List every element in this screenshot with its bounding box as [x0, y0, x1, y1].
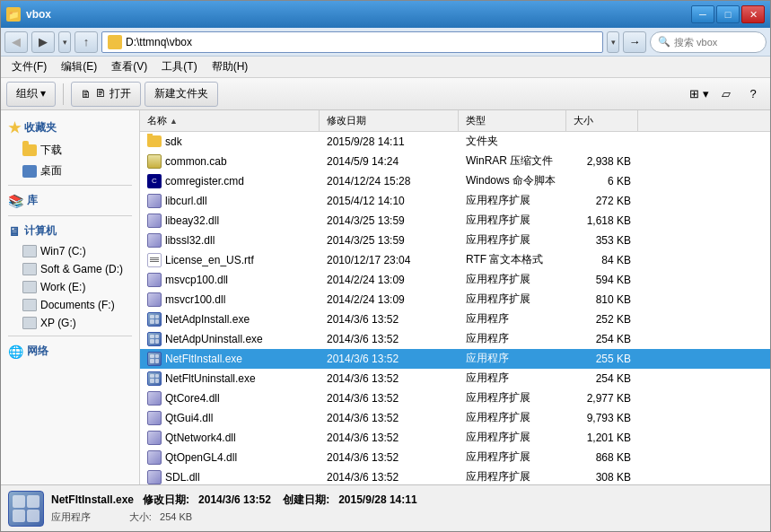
sidebar-network-header[interactable]: 🌐 网络 [1, 340, 139, 362]
file-type-cell: 应用程序 [459, 349, 566, 368]
table-row[interactable]: common.cab 2014/5/9 14:24 WinRAR 压缩文件 2,… [140, 152, 770, 171]
col-header-date[interactable]: 修改日期 [320, 110, 459, 131]
desktop-icon [22, 165, 37, 178]
nav-dropdown-button[interactable]: ▾ [58, 31, 71, 53]
organize-button[interactable]: 组织 ▾ [6, 82, 56, 107]
file-name-text: libssl32.dll [165, 234, 215, 247]
file-name-cell: NetAdpInstall.exe [140, 310, 320, 328]
file-name-cell: QtCore4.dll [140, 389, 320, 407]
documents-drive-icon [22, 299, 37, 311]
table-row[interactable]: QtCore4.dll 2014/3/6 13:52 应用程序扩展 2,977 … [140, 388, 770, 408]
menu-view[interactable]: 查看(V) [104, 57, 154, 76]
table-row[interactable]: NetAdpInstall.exe 2014/3/6 13:52 应用程序 25… [140, 310, 770, 329]
help-button[interactable]: ? [741, 83, 765, 106]
sidebar-item-documents[interactable]: Documents (F:) [1, 296, 139, 314]
table-row[interactable]: msvcp100.dll 2014/2/24 13:09 应用程序扩展 594 … [140, 270, 770, 290]
table-row[interactable]: msvcr100.dll 2014/2/24 13:09 应用程序扩展 810 … [140, 290, 770, 310]
table-row[interactable]: libssl32.dll 2014/3/25 13:59 应用程序扩展 353 … [140, 231, 770, 250]
sidebar-divider-1 [8, 185, 132, 186]
col-header-type[interactable]: 类型 [459, 110, 566, 131]
file-size-cell: 308 KB [566, 469, 638, 485]
file-type-cell: 应用程序扩展 [459, 467, 566, 484]
exe-icon [147, 371, 162, 386]
table-row[interactable]: libcurl.dll 2015/4/12 14:10 应用程序扩展 272 K… [140, 191, 770, 211]
col-header-size[interactable]: 大小 [566, 110, 638, 131]
search-box[interactable]: 🔍 [650, 31, 767, 53]
winrar-icon [147, 154, 162, 169]
table-row[interactable]: NetAdpUninstall.exe 2014/3/6 13:52 应用程序 … [140, 329, 770, 349]
main-area: ★ 收藏夹 下载 桌面 📚 库 [1, 110, 770, 484]
table-row[interactable]: QtNetwork4.dll 2014/3/6 13:52 应用程序扩展 1,2… [140, 428, 770, 448]
file-date-cell: 2014/3/25 13:59 [320, 213, 459, 229]
dll-icon [147, 391, 162, 406]
dll-icon [147, 214, 162, 228]
table-row[interactable]: SDL.dll 2014/3/6 13:52 应用程序扩展 308 KB [140, 467, 770, 484]
preview-pane-button[interactable]: ▱ [714, 83, 738, 106]
file-name-cell: SDL.dll [140, 468, 320, 485]
address-field[interactable]: D:\ttmnq\vbox [101, 31, 603, 53]
sidebar: ★ 收藏夹 下载 桌面 📚 库 [1, 110, 140, 484]
file-date-cell: 2014/3/6 13:52 [320, 390, 459, 406]
menu-file[interactable]: 文件(F) [4, 57, 54, 76]
go-button[interactable]: → [623, 31, 646, 53]
sidebar-favorites-header[interactable]: ★ 收藏夹 [1, 116, 139, 140]
up-button[interactable]: ↑ [74, 31, 98, 53]
table-row[interactable]: C comregister.cmd 2014/12/24 15:28 Windo… [140, 171, 770, 191]
file-type-cell: 应用程序 [459, 369, 566, 388]
file-type-cell: 应用程序扩展 [459, 211, 566, 230]
file-area: 名称 ▲ 修改日期 类型 大小 sdk 2015/9/28 14:11 文 [140, 110, 770, 484]
sidebar-item-softgame[interactable]: Soft & Game (D:) [1, 260, 139, 278]
file-date-cell: 2014/3/6 13:52 [320, 371, 459, 387]
file-name-cell: NetFltInstall.exe [140, 350, 320, 368]
toolbar: 组织 ▾ 🗎 🖹 打开 新建文件夹 ⊞ ▾ ▱ ? [1, 78, 770, 110]
col-header-name[interactable]: 名称 ▲ [140, 110, 320, 131]
sidebar-computer-header[interactable]: 🖥 计算机 [1, 220, 139, 242]
address-dropdown-button[interactable]: ▾ [607, 31, 619, 53]
table-row[interactable]: QtOpenGL4.dll 2014/3/6 13:52 应用程序扩展 868 … [140, 448, 770, 467]
table-row[interactable]: sdk 2015/9/28 14:11 文件夹 [140, 132, 770, 152]
table-row[interactable]: QtGui4.dll 2014/3/6 13:52 应用程序扩展 9,793 K… [140, 408, 770, 428]
view-options-button[interactable]: ⊞ ▾ [688, 83, 711, 106]
file-size-cell [566, 140, 638, 144]
file-date-cell: 2014/3/6 13:52 [320, 469, 459, 485]
search-input[interactable] [674, 37, 755, 48]
minimize-button[interactable]: ─ [691, 5, 714, 23]
window-icon: 📁 [6, 7, 21, 22]
sidebar-item-download[interactable]: 下载 [1, 140, 139, 161]
desktop-label: 桌面 [40, 163, 62, 179]
file-name-cell: sdk [140, 134, 320, 150]
file-size-cell: 868 KB [566, 449, 638, 466]
cmd-icon: C [147, 174, 162, 188]
file-type-cell: 应用程序扩展 [459, 448, 566, 467]
sort-arrow-icon: ▲ [170, 117, 178, 126]
sidebar-section-library: 📚 库 [1, 189, 139, 212]
open-button[interactable]: 🗎 🖹 打开 [71, 82, 140, 107]
file-name-text: libcurl.dll [165, 195, 207, 207]
table-row[interactable]: License_en_US.rtf 2010/12/17 23:04 RTF 富… [140, 250, 770, 270]
table-row[interactable]: libeay32.dll 2014/3/25 13:59 应用程序扩展 1,61… [140, 211, 770, 231]
file-date-cell: 2014/2/24 13:09 [320, 292, 459, 308]
file-name-text: QtOpenGL4.dll [165, 451, 237, 464]
menu-help[interactable]: 帮助(H) [205, 57, 256, 76]
forward-button[interactable]: ▶ [31, 31, 55, 53]
sidebar-item-work[interactable]: Work (E:) [1, 278, 139, 296]
menu-tools[interactable]: 工具(T) [154, 57, 204, 76]
file-name-cell: common.cab [140, 153, 320, 170]
back-button[interactable]: ◀ [4, 31, 28, 53]
menu-edit[interactable]: 编辑(E) [54, 57, 104, 76]
sidebar-item-desktop[interactable]: 桌面 [1, 161, 139, 181]
file-size-cell: 810 KB [566, 292, 638, 308]
close-button[interactable]: ✕ [741, 5, 765, 23]
file-type-cell: 应用程序扩展 [459, 270, 566, 289]
table-row[interactable]: NetFltInstall.exe 2014/3/6 13:52 应用程序 25… [140, 349, 770, 369]
table-row[interactable]: NetFltUninstall.exe 2014/3/6 13:52 应用程序 … [140, 369, 770, 388]
sidebar-item-xp[interactable]: XP (G:) [1, 314, 139, 332]
maximize-button[interactable]: □ [716, 5, 740, 23]
sidebar-library-header[interactable]: 📚 库 [1, 189, 139, 212]
new-folder-button[interactable]: 新建文件夹 [145, 82, 218, 107]
sidebar-item-win7[interactable]: Win7 (C:) [1, 242, 139, 260]
exe-icon [147, 312, 162, 327]
file-name-cell: libssl32.dll [140, 231, 320, 249]
file-list-body[interactable]: sdk 2015/9/28 14:11 文件夹 common.cab 2014/… [140, 132, 770, 484]
file-type-cell: 应用程序扩展 [459, 388, 566, 407]
